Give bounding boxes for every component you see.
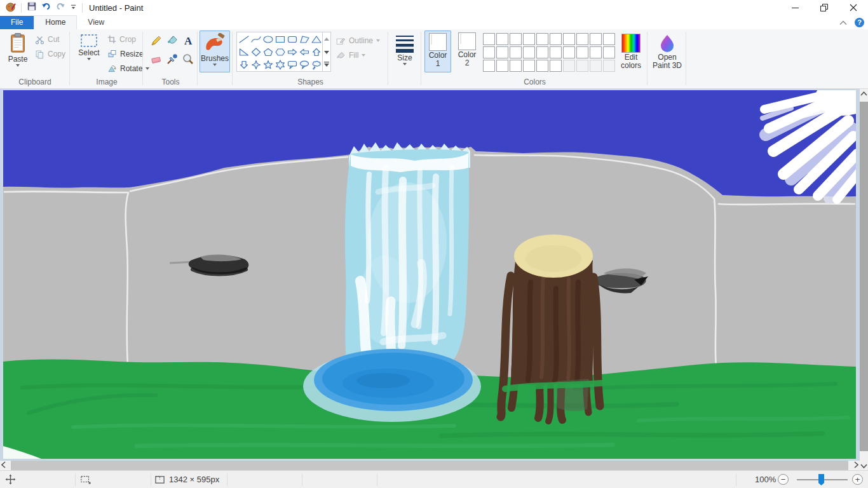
- shape-hexagon[interactable]: [274, 46, 286, 58]
- vertical-scrollbar[interactable]: [860, 89, 868, 470]
- color1-button[interactable]: Color1: [424, 30, 451, 72]
- paste-button[interactable]: Paste: [4, 30, 32, 67]
- shape-rounded-rectangle-callout[interactable]: [286, 58, 298, 71]
- zoom-slider-thumb: [818, 474, 824, 483]
- shape-cloud-callout[interactable]: [310, 58, 322, 71]
- resize-button[interactable]: Resize: [107, 47, 144, 61]
- palette-swatch-c8bfe7[interactable]: [603, 46, 615, 58]
- edit-colors-button[interactable]: Editcolors: [616, 32, 646, 70]
- shape-polygon[interactable]: [298, 33, 310, 46]
- shape-six-point-star[interactable]: [274, 58, 286, 71]
- shape-down-arrow[interactable]: [238, 58, 250, 71]
- text-tool[interactable]: A: [182, 34, 197, 52]
- shape-rectangle[interactable]: [274, 33, 286, 46]
- outline-button[interactable]: Outline: [336, 34, 380, 48]
- shape-right-arrow[interactable]: [286, 46, 298, 58]
- crop-button[interactable]: Crop: [107, 32, 136, 46]
- color-picker-tool[interactable]: [166, 53, 181, 71]
- palette-swatch-4e3220[interactable]: [483, 60, 495, 72]
- shapes-more-button[interactable]: [324, 60, 329, 69]
- palette-swatch-ed1c24[interactable]: [523, 33, 535, 45]
- palette-swatch-99d9ea[interactable]: [576, 46, 588, 58]
- open-paint3d-button[interactable]: OpenPaint 3D: [650, 32, 684, 70]
- palette-swatch-ffffff[interactable]: [550, 60, 562, 72]
- minimize-button[interactable]: [780, 0, 810, 15]
- save-button[interactable]: [27, 1, 37, 14]
- redo-button[interactable]: [55, 1, 66, 14]
- fill-tool[interactable]: [166, 34, 181, 52]
- scroll-right-arrow[interactable]: [854, 461, 858, 468]
- collapse-ribbon-button[interactable]: [839, 17, 847, 28]
- outline-caret: [376, 39, 380, 42]
- ribbon-tabs: File Home View ?: [0, 15, 868, 29]
- help-button[interactable]: ?: [855, 18, 864, 27]
- palette-swatch-880015[interactable]: [510, 33, 522, 45]
- cut-button[interactable]: Cut: [35, 32, 60, 46]
- shapes-scroll-up[interactable]: [324, 34, 329, 43]
- vertical-scroll-thumb[interactable]: [860, 102, 868, 451]
- palette-swatch-b97a57[interactable]: [510, 46, 522, 58]
- palette-swatch-7f7f7f[interactable]: [496, 33, 508, 45]
- tab-file[interactable]: File: [0, 16, 34, 29]
- pencil-tool[interactable]: [150, 34, 165, 52]
- palette-swatch-ffaec9[interactable]: [523, 46, 535, 58]
- shape-curve[interactable]: [250, 33, 262, 46]
- shape-rounded-rectangle[interactable]: [286, 33, 298, 46]
- palette-swatch-000000[interactable]: [483, 33, 495, 45]
- customize-qat-button[interactable]: [70, 2, 77, 13]
- tab-home[interactable]: Home: [34, 15, 77, 29]
- fill-button[interactable]: Fill: [336, 48, 365, 62]
- palette-swatch-1f1f1f[interactable]: [523, 60, 535, 72]
- tab-view[interactable]: View: [77, 16, 115, 29]
- palette-swatch-ffffff[interactable]: [483, 46, 495, 58]
- scroll-left-arrow[interactable]: [1, 461, 6, 468]
- shape-triangle[interactable]: [310, 33, 322, 46]
- palette-swatch-6e6e6e[interactable]: [510, 60, 522, 72]
- shape-oval[interactable]: [262, 33, 274, 46]
- palette-swatch-c3c3c3[interactable]: [496, 46, 508, 58]
- select-button[interactable]: Select: [74, 32, 104, 60]
- shape-pentagon[interactable]: [262, 46, 274, 58]
- shape-five-point-star[interactable]: [262, 58, 274, 71]
- horizontal-scroll-thumb[interactable]: [11, 461, 848, 470]
- painting-pool: [314, 349, 473, 411]
- palette-swatch-efe4b0[interactable]: [550, 46, 562, 58]
- zoom-slider[interactable]: [796, 471, 849, 488]
- horizontal-scrollbar[interactable]: [0, 461, 860, 470]
- palette-swatch-7092be[interactable]: [590, 46, 602, 58]
- undo-button[interactable]: [41, 1, 51, 14]
- scroll-up-arrow[interactable]: [860, 92, 867, 96]
- palette-swatch-00a2e8[interactable]: [576, 33, 588, 45]
- restore-button[interactable]: [810, 0, 839, 15]
- palette-swatch-4c4c4c[interactable]: [496, 60, 508, 72]
- palette-swatch-ffc90e[interactable]: [536, 46, 548, 58]
- brushes-button[interactable]: Brushes: [200, 30, 230, 72]
- palette-swatch-3f48cc[interactable]: [590, 33, 602, 45]
- painting-waterfall: [345, 142, 470, 365]
- paint-canvas[interactable]: [3, 90, 856, 459]
- shape-right-triangle[interactable]: [238, 46, 250, 58]
- shape-up-arrow[interactable]: [310, 46, 322, 58]
- shape-diamond[interactable]: [250, 46, 262, 58]
- magnifier-tool[interactable]: [182, 53, 197, 71]
- size-button[interactable]: Size: [391, 32, 419, 65]
- shape-line[interactable]: [238, 33, 250, 46]
- palette-swatch-a349a4[interactable]: [603, 33, 615, 45]
- shape-oval-callout[interactable]: [298, 58, 310, 71]
- palette-swatch-c9c9c9[interactable]: [536, 60, 548, 72]
- eraser-tool[interactable]: [150, 53, 165, 71]
- palette-swatch-b5e61d[interactable]: [563, 46, 575, 58]
- close-button[interactable]: [839, 0, 868, 15]
- shape-left-arrow[interactable]: [298, 46, 310, 58]
- copy-button[interactable]: Copy: [35, 47, 65, 61]
- shape-four-point-star[interactable]: [250, 58, 262, 71]
- outline-label: Outline: [349, 36, 373, 45]
- zoom-out-button[interactable]: −: [778, 471, 789, 488]
- zoom-in-button[interactable]: +: [852, 471, 863, 488]
- scroll-down-arrow[interactable]: [860, 464, 867, 468]
- palette-swatch-22b14c[interactable]: [563, 33, 575, 45]
- palette-swatch-fff200[interactable]: [550, 33, 562, 45]
- palette-swatch-ff7f27[interactable]: [536, 33, 548, 45]
- shapes-scroll-down[interactable]: [324, 48, 329, 57]
- color2-button[interactable]: Color2: [454, 30, 480, 72]
